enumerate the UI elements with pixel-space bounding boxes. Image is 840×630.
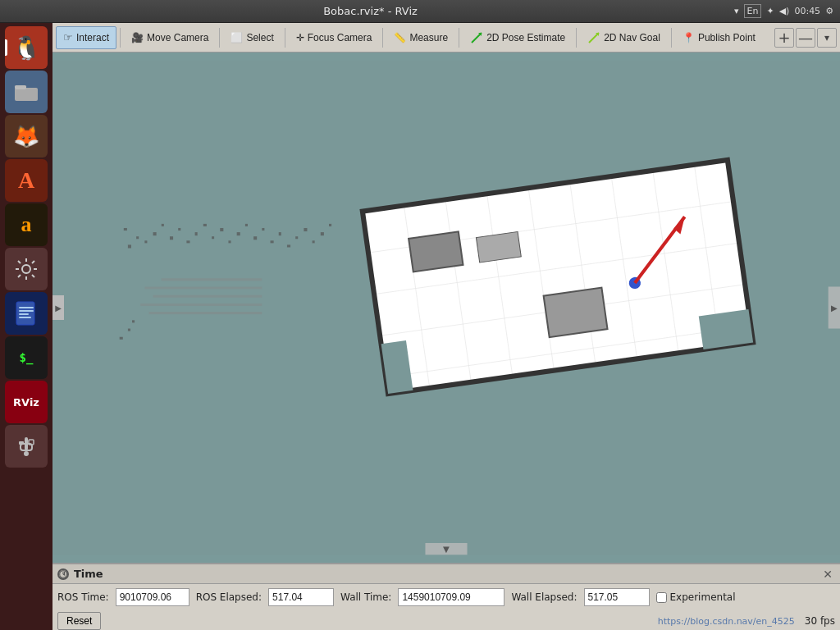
svg-text:▼: ▼: [443, 545, 450, 554]
left-dock: 🐧 🦊 A a: [0, 23, 52, 630]
map-visualization: ▶ ▼: [52, 52, 840, 563]
wall-time-input[interactable]: [398, 588, 504, 606]
svg-text:▶: ▶: [831, 304, 838, 313]
ros-elapsed-input[interactable]: [268, 588, 334, 606]
dock-item-usb[interactable]: [5, 425, 48, 468]
experimental-label: Experimental: [670, 591, 736, 603]
main-layout: 🐧 🦊 A a: [0, 23, 840, 630]
svg-line-8: [18, 261, 21, 263]
svg-rect-16: [19, 313, 29, 315]
time-icon: [57, 568, 69, 580]
nav-goal-button[interactable]: 2D Nav Goal: [580, 26, 668, 49]
pose-estimate-label: 2D Pose Estimate: [486, 32, 565, 43]
url-text: https://blog.csdn.nav/en_4525: [111, 616, 794, 627]
svg-line-90: [63, 574, 65, 575]
measure-button[interactable]: 📏 Measure: [386, 26, 455, 49]
volume-icon: ◀): [779, 6, 790, 16]
separator-6: [576, 28, 577, 48]
dock-item-writer[interactable]: [5, 292, 48, 335]
svg-point-3: [22, 265, 30, 273]
time-label: Time: [74, 568, 103, 580]
dock-item-firefox[interactable]: 🦊: [5, 115, 48, 158]
remove-view-button[interactable]: —: [796, 28, 815, 48]
viewport[interactable]: ▶ ▼ ▶: [52, 52, 840, 563]
titlebar: Bobac.rviz* - RViz ▾ En ✦ ◀) 00:45 ⚙: [0, 0, 840, 23]
svg-rect-66: [253, 236, 257, 240]
svg-rect-17: [19, 317, 31, 318]
svg-rect-46: [699, 309, 753, 349]
scroll-left[interactable]: ▶: [52, 295, 64, 320]
interact-button[interactable]: ☞ Interact: [56, 26, 116, 49]
svg-rect-57: [178, 228, 180, 231]
ros-time-label: ROS Time:: [57, 591, 109, 603]
svg-rect-81: [132, 320, 135, 322]
svg-line-9: [32, 275, 34, 277]
svg-rect-68: [271, 240, 274, 243]
svg-rect-64: [237, 232, 240, 235]
time-bar: Time ✕: [52, 564, 840, 584]
separator-4: [382, 28, 383, 48]
dock-item-texteditor[interactable]: A: [5, 159, 48, 202]
svg-rect-82: [128, 329, 130, 331]
focus-camera-button[interactable]: ✛ Focus Camera: [289, 26, 380, 49]
reset-button[interactable]: Reset: [57, 612, 101, 630]
add-view-button[interactable]: +: [774, 28, 794, 48]
fields-row: ROS Time: ROS Elapsed: Wall Time: Wall E…: [52, 584, 840, 610]
dock-item-settings[interactable]: [5, 248, 48, 290]
dock-item-ubuntu[interactable]: 🐧: [5, 26, 48, 69]
svg-rect-51: [136, 236, 139, 239]
toolbar: ☞ Interact 🎥 Move Camera ⬜ Select ✛ Focu…: [52, 23, 840, 52]
select-button[interactable]: ⬜ Select: [223, 26, 281, 49]
pose-estimate-button[interactable]: 2D Pose Estimate: [463, 26, 573, 49]
svg-rect-15: [19, 310, 34, 312]
dock-item-rviz[interactable]: RViz: [5, 381, 48, 423]
svg-rect-61: [212, 236, 214, 239]
move-camera-button[interactable]: 🎥 Move Camera: [124, 26, 216, 49]
fps-text: 30 fps: [805, 615, 835, 627]
statusbar: Time ✕ ROS Time: ROS Elapsed: Wall Time:…: [52, 563, 840, 630]
publish-point-label: Publish Point: [698, 32, 756, 43]
svg-rect-78: [153, 295, 262, 298]
svg-rect-77: [144, 286, 262, 289]
svg-rect-62: [220, 228, 223, 231]
controls-row: Reset https://blog.csdn.nav/en_4525 30 f…: [52, 610, 840, 630]
bluetooth-icon: ✦: [766, 6, 774, 16]
svg-rect-44: [544, 288, 608, 338]
ros-time-input[interactable]: [116, 588, 189, 606]
svg-rect-42: [409, 231, 463, 272]
separator-3: [285, 28, 285, 48]
publish-point-button[interactable]: 📍 Publish Point: [675, 26, 763, 49]
svg-rect-75: [329, 224, 331, 226]
move-camera-icon: 🎥: [131, 32, 144, 43]
dock-item-files[interactable]: [5, 71, 48, 113]
experimental-checkbox[interactable]: [656, 592, 667, 603]
svg-rect-58: [186, 240, 189, 243]
svg-line-11: [32, 261, 34, 263]
svg-rect-79: [140, 304, 262, 306]
dock-item-amazon[interactable]: a: [5, 203, 48, 246]
svg-rect-43: [476, 232, 521, 262]
title-text: Bobac.rviz* - RViz: [7, 5, 734, 17]
interact-label: Interact: [76, 32, 109, 43]
svg-rect-14: [19, 307, 34, 308]
svg-rect-21: [19, 441, 24, 445]
separator-5: [459, 28, 459, 48]
ros-elapsed-label: ROS Elapsed:: [196, 591, 262, 603]
svg-rect-76: [162, 278, 262, 281]
wall-elapsed-input[interactable]: [584, 588, 650, 606]
svg-rect-63: [228, 240, 231, 243]
view-dropdown-button[interactable]: ▾: [817, 28, 837, 48]
svg-rect-60: [203, 224, 207, 226]
lang-indicator: En: [744, 4, 762, 18]
focus-camera-icon: ✛: [296, 32, 304, 43]
svg-rect-56: [170, 236, 173, 240]
pose-estimate-icon: [470, 31, 483, 44]
time-close-button[interactable]: ✕: [820, 567, 835, 582]
dock-item-terminal[interactable]: $_: [5, 336, 48, 379]
svg-rect-50: [128, 244, 131, 248]
wifi-icon: ▾: [734, 6, 739, 16]
svg-rect-65: [245, 224, 248, 226]
nav-goal-label: 2D Nav Goal: [604, 32, 660, 43]
svg-rect-1: [15, 88, 38, 101]
svg-rect-83: [120, 337, 123, 340]
